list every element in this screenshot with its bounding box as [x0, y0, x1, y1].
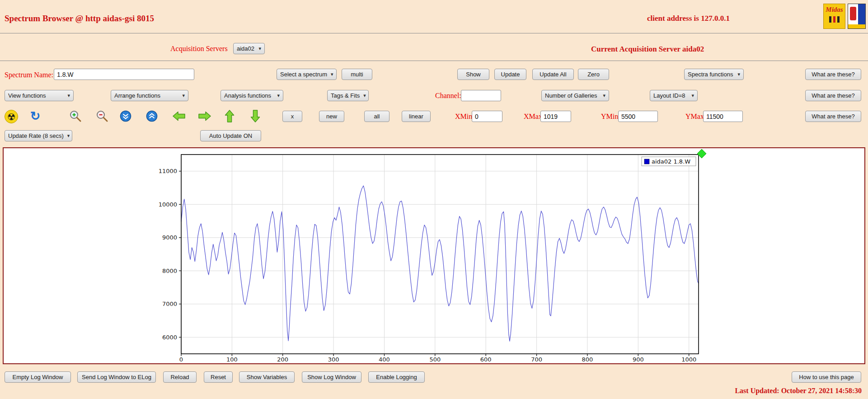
spectrum-name-label: Spectrum Name:	[5, 71, 53, 79]
chevron-down-icon: ▾	[277, 93, 280, 99]
update-button[interactable]: Update	[494, 69, 526, 80]
y-tick-label: 10000	[159, 201, 177, 208]
refresh-icon[interactable]: ↻	[29, 110, 42, 122]
show-log-window-button[interactable]: Show Log Window	[302, 371, 361, 383]
zero-button[interactable]: Zero	[578, 69, 609, 80]
x-tick-label: 300	[328, 356, 339, 363]
ymax-input[interactable]	[703, 111, 743, 122]
spectra-functions-dropdown[interactable]: Spectra functions ▾	[684, 69, 744, 80]
arrange-functions-label: Arrange functions	[114, 92, 160, 99]
xmin-label: XMin	[455, 113, 472, 121]
new-button[interactable]: new	[319, 111, 344, 122]
chevron-down-icon: ▾	[331, 71, 333, 77]
number-of-galleries-dropdown[interactable]: Number of Galleries ▾	[541, 90, 609, 101]
update-rate-label: Update Rate (8 secs)	[8, 132, 64, 139]
auto-update-button[interactable]: Auto Update ON	[200, 130, 261, 141]
chevron-down-icon: ▾	[258, 46, 261, 52]
show-variables-button[interactable]: Show Variables	[239, 371, 295, 383]
scroll-up-circle-icon[interactable]	[146, 110, 158, 122]
spectrum-browser-page: Spectrum Browser @ http aidas-gsi 8015 c…	[0, 0, 868, 399]
midas-logo-text: Midas	[824, 6, 845, 14]
empty-log-window-button[interactable]: Empty Log Window	[5, 371, 71, 383]
zoom-out-icon[interactable]	[95, 109, 109, 123]
chevron-down-icon: ▾	[603, 93, 605, 99]
reload-button[interactable]: Reload	[163, 371, 197, 383]
all-button[interactable]: all	[364, 111, 389, 122]
layout-id-label: Layout ID=8	[653, 92, 685, 99]
multi-button[interactable]: multi	[342, 69, 372, 80]
pan-down-icon[interactable]	[250, 110, 260, 122]
x-tick-label: 700	[531, 356, 542, 363]
select-spectrum-dropdown[interactable]: Select a spectrum ▾	[277, 69, 337, 80]
view-functions-dropdown[interactable]: View functions ▾	[5, 90, 74, 101]
x-tick-label: 200	[277, 356, 288, 363]
arrange-functions-dropdown[interactable]: Arrange functions ▾	[111, 90, 188, 101]
send-log-to-elog-button[interactable]: Send Log Window to ELog	[77, 371, 156, 383]
what-are-these-button-3[interactable]: What are these?	[805, 111, 861, 122]
partner-logo-red-shape	[850, 7, 856, 20]
acquisition-server-select[interactable]: aida02 ▾	[233, 43, 265, 54]
what-are-these-button-1[interactable]: What are these?	[805, 69, 861, 80]
spectrum-chart[interactable]: 0100200300400500600700800900100060007000…	[4, 148, 864, 363]
linear-button[interactable]: linear	[402, 111, 431, 122]
channel-input[interactable]	[461, 90, 501, 101]
pan-left-icon[interactable]	[173, 111, 185, 121]
ymin-input[interactable]	[618, 111, 658, 122]
y-tick-label: 9000	[162, 234, 177, 241]
page-title: Spectrum Browser @ http aidas-gsi 8015	[5, 14, 154, 23]
x-tick-label: 100	[226, 356, 238, 363]
analysis-functions-dropdown[interactable]: Analysis functions ▾	[221, 90, 283, 101]
number-of-galleries-label: Number of Galleries	[545, 92, 597, 99]
xmax-input[interactable]	[540, 111, 571, 122]
legend-marker-icon	[644, 159, 649, 164]
x-tick-label: 400	[379, 356, 390, 363]
spectra-functions-label: Spectra functions	[688, 71, 733, 78]
last-updated-text: Last Updated: October 27, 2021 14:58:30	[735, 387, 862, 395]
chevron-down-icon: ▾	[67, 133, 70, 139]
tags-fits-dropdown[interactable]: Tags & Fits ▾	[327, 90, 369, 101]
partner-logo-yellow-strip	[848, 24, 865, 28]
layout-id-dropdown[interactable]: Layout ID=8 ▾	[650, 90, 698, 101]
spectrum-name-input[interactable]	[54, 69, 194, 80]
acquisition-server-selected: aida02	[237, 45, 254, 52]
reset-button[interactable]: Reset	[204, 371, 233, 383]
chevron-down-icon: ▾	[691, 93, 694, 99]
what-are-these-button-2[interactable]: What are these?	[805, 90, 861, 101]
partner-logo[interactable]	[848, 4, 866, 29]
chevron-down-icon: ▾	[182, 93, 185, 99]
chevron-down-icon: ▾	[737, 71, 740, 77]
radiation-icon[interactable]: ☢	[5, 110, 18, 123]
x-tick-label: 0	[179, 356, 183, 363]
xmax-label: XMax	[524, 113, 542, 121]
spectrum-line	[181, 186, 699, 341]
y-tick-label: 8000	[162, 268, 177, 274]
client-address: client address is 127.0.0.1	[647, 14, 730, 23]
update-rate-dropdown[interactable]: Update Rate (8 secs) ▾	[5, 130, 72, 141]
zoom-in-icon[interactable]	[69, 109, 82, 123]
y-tick-label: 7000	[162, 300, 177, 307]
legend-label: aida02 1.8.W	[652, 158, 690, 165]
acquisition-servers-label: Acquisition Servers	[170, 45, 228, 53]
pan-up-icon[interactable]	[225, 110, 235, 122]
analysis-functions-label: Analysis functions	[224, 92, 271, 99]
x-button[interactable]: x	[282, 111, 302, 122]
xmin-input[interactable]	[472, 111, 502, 122]
midas-logo[interactable]: Midas	[823, 4, 845, 29]
chevron-down-icon: ▾	[67, 93, 70, 99]
x-tick-label: 800	[582, 356, 593, 363]
plot-frame	[181, 155, 699, 354]
tags-fits-label: Tags & Fits	[331, 92, 360, 99]
midas-logo-decoration	[824, 16, 845, 23]
pan-right-icon[interactable]	[198, 111, 211, 121]
enable-logging-button[interactable]: Enable Logging	[368, 371, 425, 383]
x-tick-label: 1000	[681, 356, 696, 363]
channel-label: Channel:	[435, 92, 461, 100]
show-button[interactable]: Show	[457, 69, 489, 80]
y-tick-label: 6000	[162, 334, 177, 341]
how-to-use-button[interactable]: How to use this page	[792, 371, 861, 383]
scroll-down-circle-icon[interactable]	[120, 110, 131, 122]
update-all-button[interactable]: Update All	[532, 69, 574, 80]
x-tick-label: 900	[633, 356, 644, 363]
plot-panel: 0100200300400500600700800900100060007000…	[3, 147, 865, 364]
x-tick-label: 500	[429, 356, 441, 363]
